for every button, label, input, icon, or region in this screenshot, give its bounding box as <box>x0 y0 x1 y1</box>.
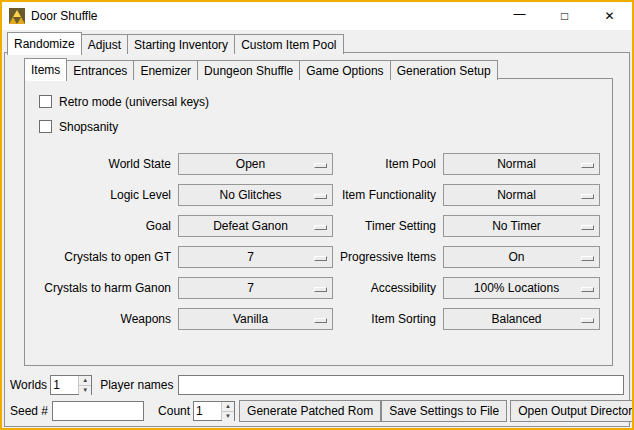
app-icon <box>9 8 25 24</box>
worlds-spin-up-icon[interactable]: ▲ <box>79 376 91 386</box>
save-settings-button[interactable]: Save Settings to File <box>381 400 507 422</box>
randomize-panel: Items Entrances Enemizer Dungeon Shuffle… <box>4 52 630 427</box>
count-spinbox: ▲ ▼ <box>193 401 235 421</box>
tab-starting-inventory[interactable]: Starting Inventory <box>127 34 235 54</box>
item-sorting-value: Balanced <box>491 312 551 326</box>
minimize-button[interactable]: — <box>497 2 542 30</box>
shopsanity-row: Shopsanity <box>33 114 612 139</box>
dropdown-indicator-icon <box>314 194 327 199</box>
options-grid: World State Open Item Pool Normal Logic … <box>33 148 612 334</box>
accessibility-value: 100% Locations <box>474 281 569 295</box>
tab-custom-item-pool[interactable]: Custom Item Pool <box>234 34 343 54</box>
window-controls: — □ ✕ <box>497 2 632 30</box>
item-functionality-dropdown[interactable]: Normal <box>443 184 600 206</box>
goal-dropdown[interactable]: Defeat Ganon <box>178 215 333 237</box>
logic-level-label: Logic Level <box>33 188 171 202</box>
tab-adjust[interactable]: Adjust <box>81 34 128 54</box>
worlds-input[interactable] <box>51 376 78 394</box>
open-output-directory-button[interactable]: Open Output Directory <box>510 400 634 422</box>
shopsanity-checkbox[interactable] <box>39 120 52 133</box>
window-title: Door Shuffle <box>31 9 98 23</box>
option-row: Crystals to harm Ganon 7 Accessibility 1… <box>33 272 612 303</box>
dropdown-indicator-icon <box>314 225 327 230</box>
maximize-icon: □ <box>561 9 568 23</box>
count-label: Count <box>158 404 190 418</box>
option-row: Goal Defeat Ganon Timer Setting No Timer <box>33 210 612 241</box>
player-names-input[interactable] <box>178 375 625 395</box>
crystals-open-gt-label: Crystals to open GT <box>33 250 171 264</box>
worlds-spinbox: ▲ ▼ <box>50 375 92 395</box>
tab-generation-setup[interactable]: Generation Setup <box>390 60 498 80</box>
logic-level-dropdown[interactable]: No Glitches <box>178 184 333 206</box>
worlds-spin-down-icon[interactable]: ▼ <box>79 386 91 395</box>
crystals-open-gt-value: 7 <box>247 250 264 264</box>
close-button[interactable]: ✕ <box>587 2 632 30</box>
count-input[interactable] <box>194 402 221 420</box>
goal-label: Goal <box>33 219 171 233</box>
dropdown-indicator-icon <box>314 163 327 168</box>
door-shuffle-window: Door Shuffle — □ ✕ Randomize Adjust Star… <box>0 0 634 430</box>
item-pool-dropdown[interactable]: Normal <box>443 153 600 175</box>
timer-setting-dropdown[interactable]: No Timer <box>443 215 600 237</box>
dropdown-indicator-icon <box>314 318 327 323</box>
sub-tab-bar: Items Entrances Enemizer Dungeon Shuffle… <box>24 58 497 80</box>
dropdown-indicator-icon <box>581 194 594 199</box>
item-pool-label: Item Pool <box>340 157 436 171</box>
dropdown-indicator-icon <box>581 163 594 168</box>
option-row: Weapons Vanilla Item Sorting Balanced <box>33 303 612 334</box>
items-panel: Retro mode (universal keys) Shopsanity W… <box>24 78 613 366</box>
item-functionality-label: Item Functionality <box>340 188 436 202</box>
shopsanity-label: Shopsanity <box>59 120 118 134</box>
main-tab-bar: Randomize Adjust Starting Inventory Cust… <box>7 32 343 54</box>
crystals-harm-ganon-dropdown[interactable]: 7 <box>178 277 333 299</box>
item-functionality-value: Normal <box>497 188 546 202</box>
weapons-label: Weapons <box>33 312 171 326</box>
progressive-items-value: On <box>508 250 534 264</box>
crystals-open-gt-dropdown[interactable]: 7 <box>178 246 333 268</box>
dropdown-indicator-icon <box>581 287 594 292</box>
seed-label: Seed # <box>10 404 48 418</box>
accessibility-dropdown[interactable]: 100% Locations <box>443 277 600 299</box>
dropdown-indicator-icon <box>581 225 594 230</box>
tab-entrances[interactable]: Entrances <box>66 60 134 80</box>
option-row: Logic Level No Glitches Item Functionali… <box>33 179 612 210</box>
tab-randomize[interactable]: Randomize <box>7 32 82 55</box>
dropdown-indicator-icon <box>314 256 327 261</box>
tab-enemizer[interactable]: Enemizer <box>133 60 198 80</box>
crystals-harm-ganon-label: Crystals to harm Ganon <box>33 281 171 295</box>
progressive-items-dropdown[interactable]: On <box>443 246 600 268</box>
count-spin-down-icon[interactable]: ▼ <box>222 412 234 421</box>
titlebar: Door Shuffle — □ ✕ <box>2 2 632 30</box>
world-state-dropdown[interactable]: Open <box>178 153 333 175</box>
timer-setting-label: Timer Setting <box>340 219 436 233</box>
tab-dungeon-shuffle[interactable]: Dungeon Shuffle <box>197 60 300 80</box>
weapons-value: Vanilla <box>233 312 278 326</box>
count-spin-up-icon[interactable]: ▲ <box>222 402 234 412</box>
dropdown-indicator-icon <box>314 287 327 292</box>
worlds-label: Worlds <box>10 378 47 392</box>
retro-mode-label: Retro mode (universal keys) <box>59 95 209 109</box>
retro-mode-checkbox[interactable] <box>39 95 52 108</box>
seed-input[interactable] <box>52 401 144 421</box>
dropdown-indicator-icon <box>581 256 594 261</box>
retro-mode-row: Retro mode (universal keys) <box>33 89 612 114</box>
option-row: Crystals to open GT 7 Progressive Items … <box>33 241 612 272</box>
generate-patched-rom-button[interactable]: Generate Patched Rom <box>239 400 381 422</box>
item-sorting-dropdown[interactable]: Balanced <box>443 308 600 330</box>
logic-level-value: No Glitches <box>219 188 291 202</box>
player-names-label: Player names <box>100 378 173 392</box>
tab-game-options[interactable]: Game Options <box>299 60 390 80</box>
weapons-dropdown[interactable]: Vanilla <box>178 308 333 330</box>
accessibility-label: Accessibility <box>340 281 436 295</box>
option-row: World State Open Item Pool Normal <box>33 148 612 179</box>
minimize-icon: — <box>514 7 526 21</box>
world-state-value: Open <box>236 157 275 171</box>
worlds-row: Worlds ▲ ▼ Player names <box>10 374 624 396</box>
tab-items[interactable]: Items <box>24 58 67 81</box>
worlds-spin-arrows: ▲ ▼ <box>78 376 91 394</box>
goal-value: Defeat Ganon <box>213 219 298 233</box>
item-pool-value: Normal <box>497 157 546 171</box>
crystals-harm-ganon-value: 7 <box>247 281 264 295</box>
maximize-button[interactable]: □ <box>542 2 587 30</box>
count-spin-arrows: ▲ ▼ <box>221 402 234 420</box>
